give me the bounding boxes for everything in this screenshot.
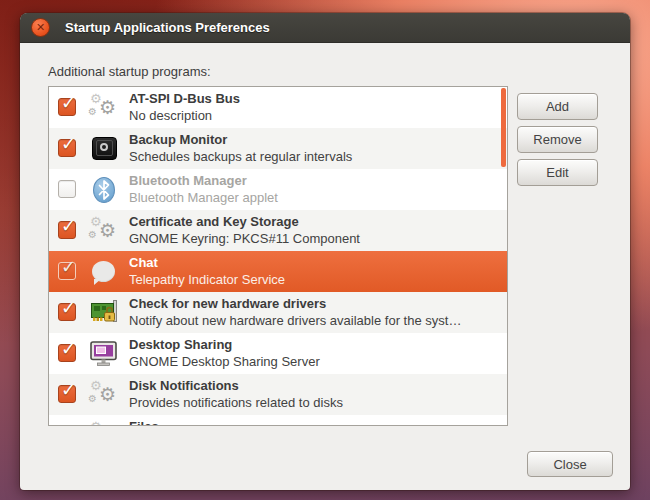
- remove-button[interactable]: Remove: [517, 126, 598, 153]
- program-title: Bluetooth Manager: [129, 172, 495, 189]
- titlebar[interactable]: ✕ Startup Applications Preferences: [20, 13, 630, 43]
- list-item[interactable]: Bluetooth Manager Bluetooth Manager appl…: [49, 169, 507, 210]
- window-title: Startup Applications Preferences: [65, 20, 270, 35]
- program-title: Desktop Sharing: [129, 336, 495, 353]
- edit-button[interactable]: Edit: [517, 159, 598, 186]
- program-description: No description: [129, 107, 495, 124]
- list-item[interactable]: ✓ Desktop Sharing GNOME Desktop Sharing …: [49, 333, 507, 374]
- gears-icon: ⚙⚙⚙: [89, 217, 121, 245]
- bluetooth-icon: [89, 176, 121, 204]
- list-item[interactable]: ✓ Check for new hardware drivers Notify …: [49, 292, 507, 333]
- program-description: Provides notifications related to disks: [129, 394, 495, 411]
- close-button[interactable]: Close: [527, 451, 613, 477]
- startup-enabled-checkbox[interactable]: ✓: [58, 262, 76, 280]
- additional-programs-label: Additional startup programs:: [48, 64, 211, 79]
- add-button[interactable]: Add: [517, 93, 598, 120]
- backup-safe-icon: [89, 135, 121, 163]
- startup-enabled-checkbox[interactable]: ✓: [58, 385, 76, 403]
- startup-enabled-checkbox[interactable]: ✓: [58, 221, 76, 239]
- startup-preferences-window: ✕ Startup Applications Preferences Addit…: [20, 13, 630, 490]
- gears-icon: ⚙⚙⚙: [89, 94, 121, 122]
- program-title: Chat: [129, 254, 495, 271]
- startup-programs-list[interactable]: ✓ ⚙⚙⚙ AT-SPI D-Bus Bus No description ✓ …: [48, 86, 508, 426]
- list-item[interactable]: ✓ ⚙⚙⚙ Certificate and Key Storage GNOME …: [49, 210, 507, 251]
- program-description: Bluetooth Manager applet: [129, 189, 495, 206]
- startup-enabled-checkbox[interactable]: [58, 180, 76, 198]
- program-description: Schedules backups at regular intervals: [129, 148, 495, 165]
- chat-bubble-icon: [89, 258, 121, 286]
- program-title: Files: [129, 418, 495, 426]
- hardware-driver-icon: [89, 299, 121, 327]
- program-description: GNOME Desktop Sharing Server: [129, 353, 495, 370]
- program-description: GNOME Keyring: PKCS#11 Component: [129, 230, 495, 247]
- program-title: Certificate and Key Storage: [129, 213, 495, 230]
- list-item[interactable]: ✓ Chat Telepathy Indicator Service: [49, 251, 507, 292]
- gears-icon: ⚙⚙⚙: [89, 422, 121, 426]
- program-title: Backup Monitor: [129, 131, 495, 148]
- scrollbar-thumb[interactable]: [501, 88, 506, 167]
- list-item[interactable]: ✓ Backup Monitor Schedules backups at re…: [49, 128, 507, 169]
- startup-enabled-checkbox[interactable]: ✓: [58, 303, 76, 321]
- list-item[interactable]: ✓ ⚙⚙⚙ AT-SPI D-Bus Bus No description: [49, 87, 507, 128]
- startup-enabled-checkbox[interactable]: ✓: [58, 139, 76, 157]
- list-item[interactable]: ✓ ⚙⚙⚙ Disk Notifications Provides notifi…: [49, 374, 507, 415]
- program-title: Check for new hardware drivers: [129, 295, 495, 312]
- program-description: Telepathy Indicator Service: [129, 271, 495, 288]
- desktop-sharing-icon: [89, 340, 121, 368]
- program-description: Notify about new hardware drivers availa…: [129, 312, 495, 329]
- startup-enabled-checkbox[interactable]: ✓: [58, 98, 76, 116]
- gears-icon: ⚙⚙⚙: [89, 381, 121, 409]
- startup-enabled-checkbox[interactable]: ✓: [58, 344, 76, 362]
- program-title: Disk Notifications: [129, 377, 495, 394]
- program-title: AT-SPI D-Bus Bus: [129, 90, 495, 107]
- list-item[interactable]: ✓ ⚙⚙⚙ Files: [49, 415, 507, 426]
- window-close-button[interactable]: ✕: [31, 18, 50, 37]
